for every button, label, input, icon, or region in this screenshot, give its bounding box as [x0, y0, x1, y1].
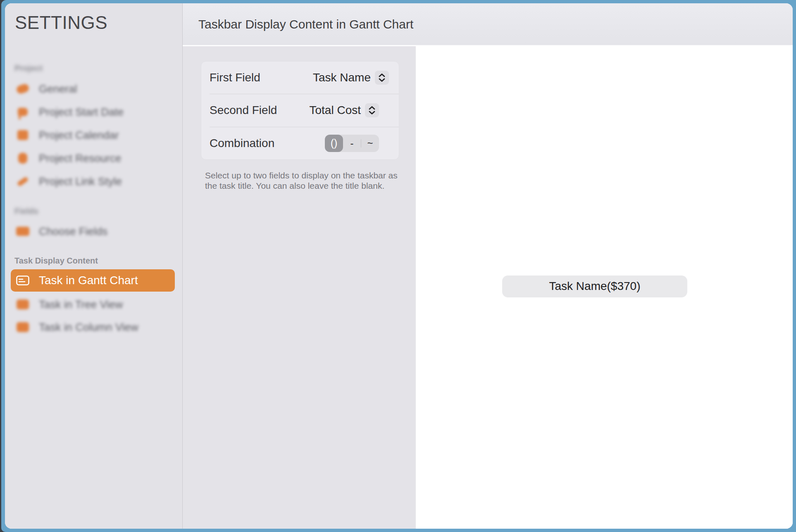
sidebar-item-label: Task in Tree View — [39, 298, 123, 311]
section-label-task-display-content: Task Display Content — [14, 256, 98, 266]
sidebar-item-project-calendar[interactable]: Project Calendar — [11, 126, 175, 144]
sidebar-item-project-link-style[interactable]: Project Link Style — [11, 172, 175, 190]
first-field-select[interactable] — [375, 71, 389, 85]
second-field-label: Second Field — [210, 104, 277, 117]
section-label-project: Project — [14, 64, 43, 73]
sidebar-item-label: Project Start Date — [39, 106, 124, 119]
first-field-row: First Field Task Name — [201, 62, 399, 94]
page-title: Taskbar Display Content in Gantt Chart — [198, 17, 413, 31]
section-label-fields: Fields — [14, 207, 38, 216]
sidebar-item-label: Task in Gantt Chart — [39, 274, 138, 287]
sidebar-item-task-in-column-view[interactable]: Task in Column View — [11, 318, 175, 336]
combination-label: Combination — [210, 137, 274, 150]
combination-segmented-control: () - ~ — [325, 135, 379, 152]
up-down-chevrons-icon — [378, 73, 386, 83]
taskbar-card-icon — [16, 276, 30, 285]
paperclip-icon — [16, 85, 30, 93]
sidebar-item-label: General — [39, 83, 77, 95]
second-field-select[interactable] — [365, 103, 379, 117]
sidebar-item-label: Project Link Style — [39, 175, 122, 188]
calendar-icon — [16, 130, 30, 140]
settings-sidebar: SETTINGS Project General Project Start D… — [5, 3, 183, 529]
tree-view-icon — [16, 299, 30, 309]
sidebar-item-label: Choose Fields — [39, 225, 107, 238]
link-icon — [16, 179, 30, 184]
combination-row: Combination () - ~ — [210, 127, 399, 159]
sidebar-item-choose-fields[interactable]: Choose Fields — [11, 222, 175, 240]
sidebar-item-label: Project Resource — [39, 152, 121, 165]
combination-option-tilde[interactable]: ~ — [361, 135, 379, 152]
first-field-value: Task Name — [313, 71, 371, 84]
flag-icon — [16, 108, 30, 116]
sidebar-item-project-resource[interactable]: Project Resource — [11, 149, 175, 167]
main-area: Taskbar Display Content in Gantt Chart F… — [183, 3, 793, 529]
sidebar-item-label: Task in Column View — [39, 321, 138, 334]
person-icon — [16, 153, 30, 164]
combination-option-dash[interactable]: - — [343, 135, 361, 152]
panel-description: Select up to two fields to display on th… — [205, 170, 399, 191]
combination-option-parentheses[interactable]: () — [325, 135, 343, 152]
settings-panel: First Field Task Name S — [183, 46, 416, 529]
fields-card-icon — [16, 227, 30, 236]
column-view-icon — [16, 322, 30, 332]
settings-window: SETTINGS Project General Project Start D… — [5, 3, 793, 529]
up-down-chevrons-icon — [368, 105, 376, 115]
taskbar-fields-card: First Field Task Name S — [201, 61, 399, 160]
first-field-label: First Field — [210, 71, 260, 84]
sidebar-item-general[interactable]: General — [11, 80, 175, 98]
second-field-row: Second Field Total Cost — [210, 94, 399, 126]
sidebar-item-project-start-date[interactable]: Project Start Date — [11, 103, 175, 121]
second-field-value: Total Cost — [310, 104, 361, 117]
sidebar-item-task-in-tree-view[interactable]: Task in Tree View — [11, 295, 175, 314]
header-bar: Taskbar Display Content in Gantt Chart — [183, 3, 793, 46]
sidebar-title: SETTINGS — [15, 12, 107, 33]
taskbar-preview-pill: Task Name($370) — [502, 276, 687, 297]
sidebar-item-task-in-gantt-chart[interactable]: Task in Gantt Chart — [11, 269, 175, 292]
taskbar-preview-area: Task Name($370) — [416, 46, 793, 529]
sidebar-item-label: Project Calendar — [39, 129, 119, 142]
